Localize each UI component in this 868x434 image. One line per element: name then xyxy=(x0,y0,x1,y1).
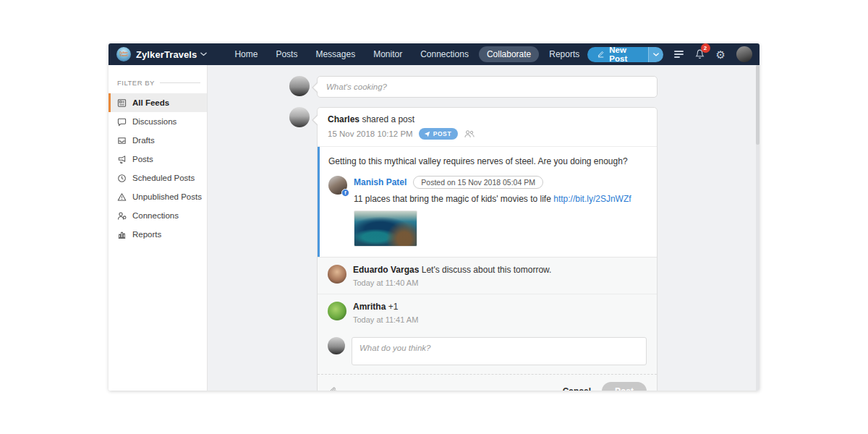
shared-author-name[interactable]: Manish Patel xyxy=(354,177,407,187)
chat-icon xyxy=(117,117,127,127)
nav-posts[interactable]: Posts xyxy=(268,46,305,62)
shared-post-content: Manish Patel Posted on 15 Nov 2018 05:04… xyxy=(354,176,631,247)
new-post-label: New Post xyxy=(609,47,640,62)
post-text: Getting to this mythical valley requires… xyxy=(328,156,647,166)
sidebar-item-connections[interactable]: Connections xyxy=(109,206,207,225)
topbar-actions: New Post 2 ⚙ xyxy=(587,46,752,62)
comment-input-box xyxy=(352,337,647,365)
post-body: Getting to this mythical valley requires… xyxy=(318,147,657,257)
nav-home[interactable]: Home xyxy=(226,46,265,62)
drafts-icon xyxy=(117,136,127,145)
composer-avatar[interactable] xyxy=(328,337,345,354)
filter-sidebar: FILTER BY All Feeds Discussions Drafts P… xyxy=(109,65,208,391)
post-action-text: shared a post xyxy=(362,114,414,124)
shared-author-avatar-wrap: f xyxy=(328,176,347,195)
compose-row xyxy=(289,76,760,98)
attachment-paperclip-icon[interactable] xyxy=(328,386,339,391)
post-author-avatar[interactable] xyxy=(289,107,310,127)
comment-body: Amritha +1 Today at 11:41 AM xyxy=(353,302,418,324)
comment-text: +1 xyxy=(388,302,399,312)
nav-messages[interactable]: Messages xyxy=(307,46,363,62)
facebook-network-badge: f xyxy=(341,189,349,197)
post-card: Charles shared a post 15 Nov 2018 10:12 … xyxy=(317,107,658,391)
cancel-button[interactable]: Cancel xyxy=(563,386,591,391)
sidebar-item-all-feeds[interactable]: All Feeds xyxy=(109,93,207,112)
feeds-icon xyxy=(117,98,127,108)
post-type-badge-label: POST xyxy=(433,130,452,137)
nav-monitor[interactable]: Monitor xyxy=(365,46,410,62)
top-navigation-bar: Zylker Travel ZylkerTravels Home Posts M… xyxy=(109,43,760,65)
comment-footer: Cancel Post xyxy=(318,374,657,391)
brand-name[interactable]: ZylkerTravels xyxy=(136,49,197,60)
people-icon[interactable] xyxy=(464,129,475,138)
comment-input[interactable] xyxy=(352,338,646,365)
new-post-dropdown[interactable] xyxy=(648,47,663,62)
megaphone-icon xyxy=(117,155,127,164)
comment-avatar[interactable] xyxy=(328,302,346,320)
new-post-split-button[interactable]: New Post xyxy=(587,47,663,62)
sidebar-item-reports[interactable]: Reports xyxy=(109,225,207,244)
shared-post-text-content: 11 places that bring the magic of kids' … xyxy=(354,194,553,204)
new-post-button[interactable]: New Post xyxy=(587,47,648,62)
sidebar-item-label: Posts xyxy=(132,155,153,163)
warning-icon xyxy=(117,192,127,202)
brand-logo-text: Zylker Travel xyxy=(116,51,131,57)
comment-body: Eduardo Vargas Let's discuss about this … xyxy=(353,265,551,287)
sidebar-item-label: Unpublished Posts xyxy=(132,192,202,201)
sidebar-item-label: Scheduled Posts xyxy=(132,174,195,182)
sidebar-item-label: All Feeds xyxy=(132,98,169,107)
brand-chevron-down-icon[interactable] xyxy=(200,52,207,56)
sidebar-item-scheduled-posts[interactable]: Scheduled Posts xyxy=(109,169,207,187)
shared-post: f Manish Patel Posted on 15 Nov 2018 05:… xyxy=(328,176,647,247)
app-window: Zylker Travel ZylkerTravels Home Posts M… xyxy=(109,43,760,391)
nav-reports[interactable]: Reports xyxy=(541,46,587,62)
app-body: FILTER BY All Feeds Discussions Drafts P… xyxy=(109,65,760,391)
sidebar-item-posts[interactable]: Posts xyxy=(109,150,207,169)
footer-actions: Cancel Post xyxy=(563,382,647,391)
post-row: Charles shared a post 15 Nov 2018 10:12 … xyxy=(289,107,760,391)
compose-input[interactable] xyxy=(318,82,657,91)
main-nav: Home Posts Messages Monitor Connections … xyxy=(226,46,587,62)
comment-time: Today at 11:41 AM xyxy=(353,315,418,324)
feed-content: Charles shared a post 15 Nov 2018 10:12 … xyxy=(208,65,760,391)
chevron-down-icon xyxy=(653,53,659,56)
sidebar-item-label: Connections xyxy=(132,211,179,220)
nav-collaborate[interactable]: Collaborate xyxy=(479,46,539,62)
post-header: Charles shared a post 15 Nov 2018 10:12 … xyxy=(318,108,657,147)
settings-gear-icon[interactable]: ⚙ xyxy=(716,49,726,60)
post-author-name[interactable]: Charles xyxy=(328,114,359,124)
shared-posted-pill: Posted on 15 Nov 2018 05:04 PM xyxy=(413,176,543,189)
filter-by-label: FILTER BY xyxy=(109,79,207,87)
user-avatar[interactable] xyxy=(736,46,752,62)
nav-connections[interactable]: Connections xyxy=(412,46,477,62)
shared-post-link[interactable]: http://bit.ly/2SJnWZf xyxy=(553,194,631,204)
sidebar-item-discussions[interactable]: Discussions xyxy=(109,112,207,131)
compose-avatar[interactable] xyxy=(289,76,310,96)
comment-composer xyxy=(318,331,657,374)
comments-section: Eduardo Vargas Let's discuss about this … xyxy=(318,257,657,331)
sidebar-item-drafts[interactable]: Drafts xyxy=(109,131,207,150)
sidebar-item-unpublished-posts[interactable]: Unpublished Posts xyxy=(109,187,207,206)
comment-row: Eduardo Vargas Let's discuss about this … xyxy=(318,258,657,294)
post-meta-line: 15 Nov 2018 10:12 PM POST xyxy=(328,128,647,140)
brand-logo[interactable]: Zylker Travel xyxy=(116,47,131,61)
notifications-button[interactable]: 2 xyxy=(694,48,705,60)
sidebar-item-label: Drafts xyxy=(132,136,155,145)
post-submit-button[interactable]: Post xyxy=(602,382,647,391)
content-scrollbar[interactable] xyxy=(756,65,760,391)
comment-avatar[interactable] xyxy=(328,265,346,284)
comment-author[interactable]: Eduardo Vargas xyxy=(353,265,419,275)
shared-post-text: 11 places that bring the magic of kids' … xyxy=(354,194,631,204)
post-type-badge[interactable]: POST xyxy=(419,128,459,140)
clock-icon xyxy=(117,174,127,183)
connections-icon xyxy=(117,211,127,221)
activity-list-icon[interactable] xyxy=(674,51,684,58)
compose-bubble xyxy=(317,76,658,98)
comment-text: Let's discuss about this tomorrow. xyxy=(422,265,552,275)
sidebar-item-label: Reports xyxy=(132,230,161,239)
comment-author[interactable]: Amritha xyxy=(353,302,386,312)
pencil-icon xyxy=(597,50,605,59)
shared-post-image[interactable] xyxy=(354,210,417,247)
post-timestamp: 15 Nov 2018 10:12 PM xyxy=(328,129,413,138)
shared-post-meta: Manish Patel Posted on 15 Nov 2018 05:04… xyxy=(354,176,631,189)
